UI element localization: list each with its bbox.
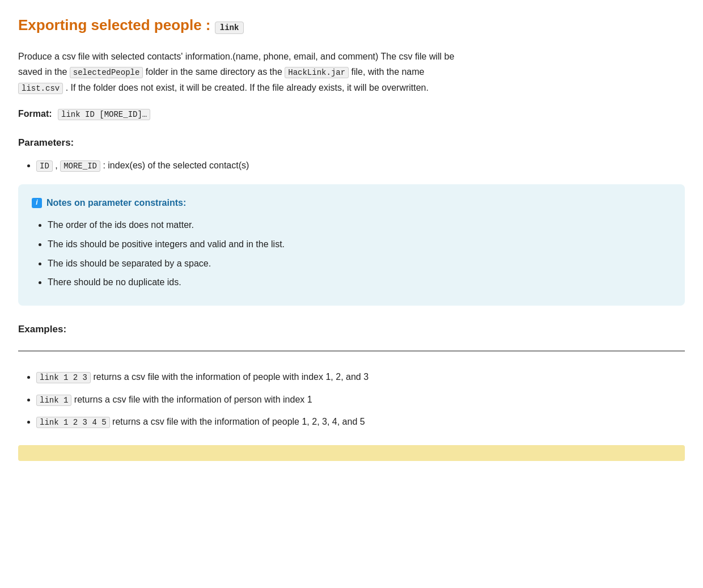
desc-line2-before: saved in the [18,67,70,77]
examples-heading: Examples: [18,322,685,337]
example-code-1: link 1 2 3 [36,372,91,383]
example-code-2: link 1 [36,395,71,406]
format-code: link ID [MORE_ID]… [58,109,150,120]
param-text: : index(es) of the selected contact(s) [103,160,249,170]
examples-section: Examples: link 1 2 3 returns a csv file … [18,322,685,429]
format-label: Format: [18,109,52,119]
param-comma: , [55,160,60,170]
note-box-title-text: Notes on parameter constraints: [46,196,186,210]
format-line: Format: link ID [MORE_ID]… [18,107,685,121]
param-code-moreid: MORE_ID [60,160,100,172]
examples-list: link 1 2 3 returns a csv file with the i… [18,370,685,429]
desc-line2-after: file, with the name [349,67,424,77]
example-text-3: returns a csv file with the information … [110,417,365,426]
parameters-list: ID , MORE_ID : index(es) of the selected… [18,158,685,173]
bottom-yellow-bar [18,445,685,461]
note-box-title: i Notes on parameter constraints: [32,196,671,210]
page-title: Exporting selected people : link [18,14,685,37]
parameters-section: Parameters: ID , MORE_ID : index(es) of … [18,135,685,173]
note-item-1: The order of the ids does not matter. [48,218,671,232]
info-icon: i [32,198,42,208]
title-link-badge: link [215,22,244,34]
divider [18,350,685,352]
param-code-id: ID [36,160,53,172]
desc-code-selectedpeople: selectedPeople [70,67,143,78]
example-item-3: link 1 2 3 4 5 returns a csv file with t… [36,414,685,429]
desc-line2-middle: folder in the same directory as the [143,67,285,77]
example-text-2: returns a csv file with the information … [71,395,312,404]
note-item-2: The ids should be positive integers and … [48,237,671,252]
note-box: i Notes on parameter constraints: The or… [18,184,685,306]
parameter-item-1: ID , MORE_ID : index(es) of the selected… [36,158,685,173]
desc-line3-after: . If the folder does not exist, it will … [63,83,429,92]
desc-line1: Produce a csv file with selected contact… [18,52,454,61]
note-item-4: There should be no duplicate ids. [48,275,671,290]
desc-code-listcsv: list.csv [18,83,63,94]
note-box-list: The order of the ids does not matter. Th… [32,218,671,289]
example-text-1: returns a csv file with the information … [91,372,369,382]
desc-code-hacklink: HackLink.jar [285,67,349,78]
title-text: Exporting selected people : [18,16,215,33]
example-code-3: link 1 2 3 4 5 [36,417,110,428]
example-item-2: link 1 returns a csv file with the infor… [36,392,685,407]
note-item-3: The ids should be separated by a space. [48,256,671,271]
description-paragraph: Produce a csv file with selected contact… [18,49,685,96]
example-item-1: link 1 2 3 returns a csv file with the i… [36,370,685,384]
parameters-heading: Parameters: [18,135,685,150]
